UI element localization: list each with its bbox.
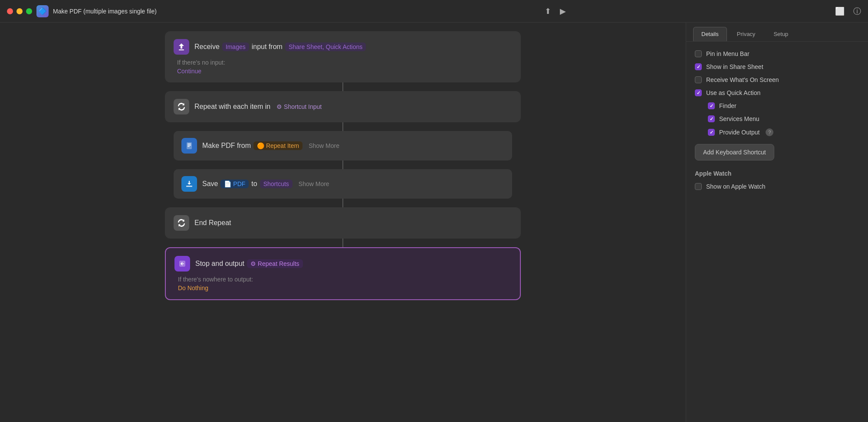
receive-sub: If there's no input: Continue — [174, 59, 512, 75]
finder-label: Finder — [719, 102, 736, 109]
end-repeat-block: End Repeat — [165, 207, 521, 239]
info-icon[interactable]: ⓘ — [853, 6, 861, 16]
save-show-more-btn[interactable]: Show More — [295, 179, 333, 189]
close-button[interactable] — [7, 8, 13, 14]
svg-rect-4 — [187, 146, 190, 147]
svg-rect-0 — [179, 49, 184, 50]
apple-watch-section-title: Apple Watch — [695, 170, 859, 177]
repeat-block-header: Repeat with each item in ⚙ Shortcut Inpu… — [174, 99, 512, 114]
panel-content: Pin in Menu Bar Show in Share Sheet Rece… — [686, 42, 868, 199]
provide-output-label: Provide Output — [719, 129, 760, 136]
run-icon[interactable]: ▶ — [560, 7, 566, 16]
connector-1 — [342, 82, 343, 91]
finder-row: Finder — [695, 102, 859, 109]
save-icon — [181, 176, 197, 192]
share-icon[interactable]: ⬆ — [545, 7, 551, 16]
stop-output-sub-label: If there's nowhere to output: — [178, 276, 511, 283]
services-menu-row: Services Menu — [695, 115, 859, 122]
save-destination-token[interactable]: Shortcuts — [260, 180, 293, 188]
make-pdf-header: Make PDF from 🟠 Repeat Item Show More — [181, 138, 504, 154]
make-pdf-show-more-btn[interactable]: Show More — [305, 141, 343, 151]
connector-2 — [342, 122, 343, 131]
traffic-lights — [7, 8, 32, 14]
save-label-mid: to — [251, 180, 257, 188]
add-keyboard-shortcut-button[interactable]: Add Keyboard Shortcut — [695, 144, 774, 160]
finder-checkbox[interactable] — [708, 102, 715, 109]
apple-watch-row: Show on Apple Watch — [695, 183, 859, 190]
main-container: Receive Images input from Share Sheet, Q… — [0, 23, 868, 422]
receive-screen-checkbox[interactable] — [695, 76, 702, 83]
stop-output-label-pre: Stop and output — [195, 260, 244, 268]
stop-output-block: Stop and output ⚙ Repeat Results If ther… — [165, 247, 521, 300]
connector-5 — [342, 239, 343, 247]
stop-output-token[interactable]: ⚙ Repeat Results — [247, 259, 303, 268]
services-menu-label: Services Menu — [719, 115, 760, 122]
receive-sub-label: If there's no input: — [177, 59, 512, 66]
receive-continue-value[interactable]: Continue — [177, 68, 512, 75]
svg-rect-5 — [186, 186, 192, 187]
stop-output-content: Stop and output ⚙ Repeat Results — [195, 259, 303, 268]
save-content: Save 📄 PDF to Shortcuts Show More — [202, 179, 333, 189]
quick-action-label: Use as Quick Action — [706, 89, 760, 96]
end-repeat-content: End Repeat — [194, 219, 231, 227]
receive-block: Receive Images input from Share Sheet, Q… — [165, 31, 521, 82]
repeat-label: Repeat with each item in — [194, 103, 270, 111]
save-block-header: Save 📄 PDF to Shortcuts Show More — [181, 176, 504, 192]
apple-watch-checkbox[interactable] — [695, 183, 702, 190]
make-pdf-label-pre: Make PDF from — [202, 142, 251, 150]
quick-action-row: Use as Quick Action — [695, 89, 859, 96]
stop-output-sub: If there's nowhere to output: Do Nothing — [174, 276, 511, 291]
app-icon: 🔷 — [36, 5, 49, 17]
make-pdf-token[interactable]: 🟠 Repeat Item — [253, 141, 302, 150]
repeat-block: Repeat with each item in ⚙ Shortcut Inpu… — [165, 91, 521, 122]
make-pdf-block: Make PDF from 🟠 Repeat Item Show More — [174, 131, 512, 160]
show-share-sheet-checkbox[interactable] — [695, 63, 702, 70]
repeat-content: Repeat with each item in ⚙ Shortcut Inpu… — [194, 102, 325, 111]
tab-bar: Details Privacy Setup — [686, 23, 868, 42]
right-panel: Details Privacy Setup Pin in Menu Bar Sh… — [686, 23, 868, 422]
provide-output-checkbox[interactable] — [708, 129, 715, 136]
receive-screen-row: Receive What's On Screen — [695, 76, 859, 83]
minimize-button[interactable] — [16, 8, 23, 14]
pin-menu-bar-checkbox[interactable] — [695, 50, 702, 57]
tab-privacy[interactable]: Privacy — [729, 27, 764, 41]
present-icon[interactable]: ⬜ — [835, 7, 845, 16]
make-pdf-icon — [181, 138, 197, 154]
receive-images-token[interactable]: Images — [222, 43, 249, 51]
tab-setup[interactable]: Setup — [765, 27, 796, 41]
show-share-sheet-row: Show in Share Sheet — [695, 63, 859, 70]
quick-action-checkbox[interactable] — [695, 89, 702, 96]
titlebar-actions: ⬆ ▶ ⬜ ⓘ — [545, 6, 861, 16]
svg-rect-3 — [187, 145, 191, 146]
titlebar: 🔷 Make PDF (multiple images single file)… — [0, 0, 868, 23]
make-pdf-content: Make PDF from 🟠 Repeat Item Show More — [202, 141, 343, 151]
connector-3 — [342, 160, 343, 169]
pin-menu-bar-row: Pin in Menu Bar — [695, 50, 859, 57]
show-share-sheet-label: Show in Share Sheet — [706, 63, 763, 70]
stop-output-icon — [174, 256, 190, 272]
save-pdf-token[interactable]: 📄 PDF — [220, 180, 249, 188]
receive-icon — [174, 39, 189, 55]
end-repeat-icon — [174, 215, 189, 231]
receive-block-header: Receive Images input from Share Sheet, Q… — [174, 39, 512, 55]
svg-rect-1 — [187, 142, 192, 149]
receive-content: Receive Images input from Share Sheet, Q… — [194, 43, 366, 51]
stop-output-sub-value[interactable]: Do Nothing — [178, 285, 511, 291]
save-label-pre: Save — [202, 180, 218, 188]
services-menu-checkbox[interactable] — [708, 115, 715, 122]
end-repeat-header: End Repeat — [174, 215, 512, 231]
pin-menu-bar-label: Pin in Menu Bar — [706, 50, 750, 57]
receive-source-token[interactable]: Share Sheet, Quick Actions — [285, 43, 366, 51]
provide-output-row: Provide Output ? — [695, 128, 859, 136]
maximize-button[interactable] — [26, 8, 32, 14]
provide-output-help-icon[interactable]: ? — [766, 128, 773, 136]
receive-screen-label: Receive What's On Screen — [706, 76, 779, 83]
end-repeat-label: End Repeat — [194, 219, 231, 227]
repeat-token[interactable]: ⚙ Shortcut Input — [273, 102, 325, 111]
stop-output-header: Stop and output ⚙ Repeat Results — [174, 256, 511, 272]
repeat-icon — [174, 99, 189, 114]
receive-label-pre: Receive — [194, 43, 220, 51]
svg-rect-2 — [187, 144, 191, 144]
connector-4 — [342, 199, 343, 207]
tab-details[interactable]: Details — [693, 27, 727, 41]
